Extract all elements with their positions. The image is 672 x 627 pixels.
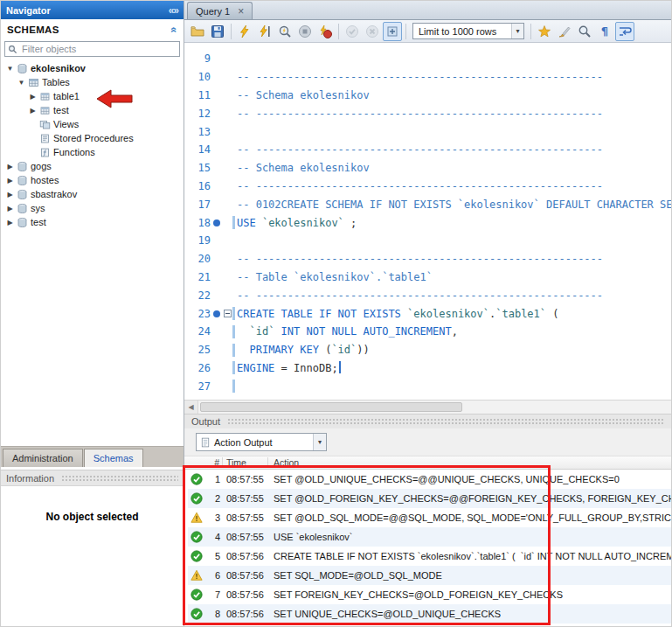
filter-objects-input[interactable] (20, 43, 177, 55)
output-row[interactable]: 808:57:56SET UNIQUE_CHECKS=@OLD_UNIQUE_C… (188, 604, 671, 624)
code-line-17[interactable]: 17-- 0102CREATE SCHEMA IF NOT EXISTS `ek… (184, 195, 671, 213)
explain-button[interactable] (275, 22, 294, 41)
toggle-invisible-chars-button[interactable]: ¶ (595, 22, 614, 41)
toggle-wrap-text-button[interactable] (615, 22, 634, 41)
change-bar-mark (232, 325, 235, 338)
code-line-16[interactable]: 16-- -----------------------------------… (184, 178, 671, 196)
tree-item-gogs[interactable]: ▶gogs (1, 159, 184, 173)
editor-horizontal-scrollbar[interactable]: ◀ (184, 400, 671, 414)
code-line-23[interactable]: 23CREATE TABLE IF NOT EXISTS `ekolesniko… (184, 304, 671, 323)
chevron-expanded-icon[interactable]: ▼ (16, 79, 27, 87)
views-icon (38, 119, 52, 130)
code-line-25[interactable]: 25 PRIMARY KEY (`id`)) (184, 341, 671, 359)
code-line-11[interactable]: 11-- Schema ekolesnikov (184, 87, 671, 105)
execute-button[interactable] (235, 22, 254, 41)
open-script-button[interactable] (188, 22, 207, 41)
output-type-select[interactable]: Action Output ▾ (196, 433, 327, 451)
scrollbar-thumb[interactable] (200, 402, 462, 412)
code-line-12[interactable]: 12-- -----------------------------------… (184, 104, 671, 122)
code-line-24[interactable]: 24 `id` INT NOT NULL AUTO_INCREMENT, (184, 323, 671, 341)
chevron-collapsed-icon[interactable]: ▶ (27, 93, 38, 101)
tree-item-sys[interactable]: ▶sys (1, 201, 184, 215)
code-line-15[interactable]: 15-- Schema ekolesnikov (184, 159, 671, 178)
code-line-26[interactable]: 26ENGINE = InnoDB; (184, 359, 671, 378)
close-icon[interactable]: × (238, 6, 244, 17)
tree-item-hostes[interactable]: ▶hostes (1, 173, 184, 187)
row-action: SET @OLD_SQL_MODE=@@SQL_MODE, SQL_MODE='… (268, 512, 671, 523)
tab-administration-label: Administration (12, 453, 73, 463)
chevron-collapsed-icon[interactable]: ▶ (4, 219, 16, 226)
code-line-9[interactable]: 9 (184, 50, 671, 68)
filter-box[interactable] (4, 41, 180, 57)
code-line-20[interactable]: 20-- -----------------------------------… (184, 250, 671, 268)
tree-item-test[interactable]: ▶test (1, 103, 184, 117)
tab-schemas[interactable]: Schemas (84, 449, 143, 467)
tree-item-sbastrakov[interactable]: ▶sbastrakov (1, 187, 184, 201)
code-line-14[interactable]: 14-- -----------------------------------… (184, 141, 671, 159)
tree-item-tables[interactable]: ▼Tables (1, 75, 184, 89)
tree-item-table1[interactable]: ▶table1 (1, 89, 184, 103)
beautify-button[interactable] (535, 22, 554, 41)
output-row[interactable]: 508:57:56CREATE TABLE IF NOT EXISTS `eko… (188, 547, 671, 566)
clean-button[interactable] (555, 22, 574, 41)
tree-item-views[interactable]: Views (1, 117, 184, 131)
editor-tabbar: Query 1 × (184, 1, 671, 20)
rollback-button[interactable] (363, 22, 382, 41)
execute-current-statement-button[interactable] (255, 22, 274, 41)
tab-administration[interactable]: Administration (3, 449, 83, 467)
status-success-icon (188, 531, 209, 543)
code-text: -- -------------------------------------… (237, 180, 671, 192)
commit-icon (345, 24, 359, 38)
output-row[interactable]: 608:57:56SET SQL_MODE=@OLD_SQL_MODE (188, 566, 671, 585)
chevron-collapsed-icon[interactable]: ▶ (4, 205, 16, 212)
tree-item-test[interactable]: ▶test (1, 215, 184, 229)
chevron-collapsed-icon[interactable]: ▶ (4, 191, 16, 199)
output-row[interactable]: 408:57:55USE `ekolesnikov` (188, 527, 671, 547)
bolt-icon (238, 24, 252, 38)
chevron-collapsed-icon[interactable]: ▶ (27, 107, 38, 115)
line-number: 20 (184, 253, 211, 265)
collapse-panel-icon[interactable]: «» (169, 4, 178, 17)
statement-dot-icon (213, 219, 220, 226)
commit-button[interactable] (343, 22, 362, 41)
code-line-19[interactable]: 19 (184, 232, 671, 250)
scroll-left-icon[interactable]: ◀ (184, 401, 198, 414)
line-number: 19 (184, 234, 211, 247)
tree-item-functions[interactable]: Functions (1, 145, 184, 159)
code-line-13[interactable]: 13 (184, 122, 671, 141)
output-row[interactable]: 208:57:55SET @OLD_FOREIGN_KEY_CHECKS=@@F… (188, 489, 671, 508)
row-index: 5 (209, 551, 223, 561)
code-line-10[interactable]: 10-- -----------------------------------… (184, 68, 671, 87)
toggle-autocommit-button[interactable] (383, 22, 402, 41)
tab-query-1[interactable]: Query 1 × (187, 2, 253, 19)
chevron-collapsed-icon[interactable]: ▶ (4, 163, 16, 171)
output-row[interactable]: 708:57:56SET FOREIGN_KEY_CHECKS=@OLD_FOR… (188, 585, 671, 604)
chevron-expanded-icon[interactable]: ▼ (4, 65, 16, 73)
tree-item-stored-procedures[interactable]: Stored Procedures (1, 131, 184, 145)
change-bar-mark (232, 216, 235, 229)
output-row[interactable]: 308:57:55SET @OLD_SQL_MODE=@@SQL_MODE, S… (188, 508, 671, 527)
code-line-22[interactable]: 22-- -----------------------------------… (184, 286, 671, 304)
pilcrow-icon: ¶ (601, 24, 608, 38)
stop-button[interactable] (295, 22, 315, 41)
grip-texture (227, 418, 664, 425)
toggle-stop-on-error-button[interactable] (315, 22, 335, 41)
collapse-section-icon[interactable]: « (169, 26, 181, 32)
save-script-button[interactable] (208, 22, 227, 41)
code-line-18[interactable]: 18USE `ekolesnikov` ; (184, 213, 671, 232)
line-number: 13 (184, 126, 211, 138)
line-number: 26 (184, 362, 211, 374)
sql-code-editor[interactable]: 910-- ----------------------------------… (184, 43, 671, 400)
limit-rows-select[interactable]: Limit to 1000 rows▾ (412, 23, 524, 39)
chevron-collapsed-icon[interactable]: ▶ (4, 177, 16, 185)
chevron-down-icon: ▾ (511, 24, 523, 38)
text-cursor (339, 361, 341, 373)
code-line-21[interactable]: 21-- Table `ekolesnikov`.`table1` (184, 268, 671, 287)
fold-minus-icon[interactable] (224, 310, 232, 317)
tree-item-ekolesnikov[interactable]: ▼ekolesnikov (1, 61, 184, 75)
output-row[interactable]: 108:57:55SET @OLD_UNIQUE_CHECKS=@@UNIQUE… (188, 470, 671, 489)
find-button[interactable] (575, 22, 594, 41)
code-line-27[interactable]: 27 (184, 377, 671, 395)
tree-item-label: sys (31, 203, 45, 213)
search-icon (8, 45, 17, 54)
